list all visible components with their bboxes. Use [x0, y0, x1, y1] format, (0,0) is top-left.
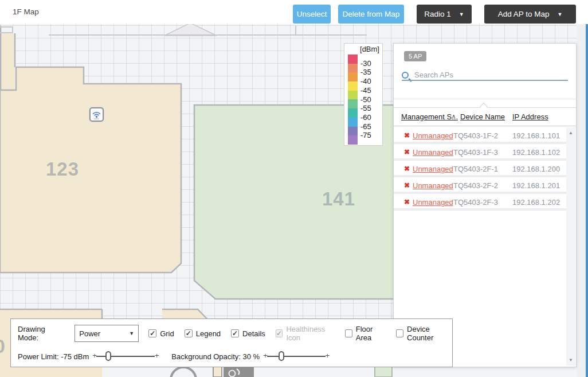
caret-down-icon: ▼	[459, 11, 464, 17]
room-number-141: 141	[322, 188, 355, 210]
slider-track[interactable]	[267, 356, 326, 357]
unmanaged-status-link[interactable]: Unmanaged	[413, 165, 453, 173]
notch-pointer	[480, 103, 488, 111]
ip-address-cell: 192.168.1.102	[512, 148, 560, 157]
device-name-cell: TQ5403-2F-3	[453, 198, 498, 207]
ip-address-cell: 192.168.1.202	[512, 198, 560, 207]
sort-asc-icon[interactable]: ∧	[452, 113, 456, 119]
legend-swatch	[348, 91, 358, 100]
checkbox-label-device-counter: Device Counter	[407, 325, 452, 342]
ap-table-row[interactable]: ✖UnmanagedTQ5403-1F-3192.168.1.102	[394, 144, 566, 161]
radio-dropdown-button[interactable]: Radio 1 ▼	[417, 5, 472, 24]
checkbox-label-details: Details	[242, 329, 265, 338]
ap-count-badge: 5 AP	[404, 51, 426, 61]
legend-swatch	[348, 55, 358, 64]
slider-thumb[interactable]	[279, 351, 284, 361]
ap-table-row[interactable]: ✖UnmanagedTQ5403-2F-3192.168.1.202	[394, 194, 566, 211]
scroll-up-icon[interactable]: ▲	[566, 130, 575, 135]
legend-swatches	[348, 55, 358, 145]
room-number-123: 123	[46, 158, 79, 180]
ap-table-row[interactable]: ✖UnmanagedTQ5403-1F-2192.168.1.101	[394, 127, 566, 144]
device-name-cell: TQ5403-2F-2	[453, 181, 498, 190]
device-name-cell: TQ5403-2F-1	[453, 165, 498, 173]
checkbox-grid[interactable]: ✓Grid	[148, 329, 174, 338]
legend-swatch	[348, 99, 358, 108]
unselect-label: Unselect	[297, 10, 327, 18]
checkbox-floor-area[interactable]: Floor Area	[345, 325, 386, 342]
dbm-legend: [dBm] -30-35-40-45-50-55-60-65-75	[344, 43, 383, 146]
drawing-mode-label: Drawing Mode:	[18, 325, 65, 342]
checkbox-box-legend[interactable]: ✓	[185, 329, 193, 337]
slider-tick-right-icon: +	[326, 351, 330, 360]
checkbox-device-counter[interactable]: Device Counter	[396, 325, 452, 342]
search-aps-input[interactable]	[413, 70, 556, 80]
legend-swatch	[348, 135, 358, 145]
unmanaged-status-link[interactable]: Unmanaged	[413, 181, 453, 190]
header-border	[394, 126, 576, 126]
ip-address-cell: 192.168.1.101	[512, 131, 560, 140]
checkbox-label-floor-area: Floor Area	[356, 325, 386, 342]
checkbox-label-healthiness-icon: Healthiness Icon	[286, 325, 335, 342]
drawing-mode-value: Power	[79, 329, 100, 338]
checkbox-details[interactable]: ✓Details	[231, 329, 265, 338]
legend-label: -40	[360, 77, 371, 86]
checkbox-legend[interactable]: ✓Legend	[185, 329, 221, 338]
legend-label: -60	[360, 113, 371, 122]
power-limit-slider[interactable]: ++	[93, 350, 158, 363]
window-edge-line	[586, 0, 588, 377]
checkbox-healthiness-icon: ✓Healthiness Icon	[276, 325, 335, 342]
unmanaged-x-icon: ✖	[404, 165, 410, 173]
unselect-button[interactable]: Unselect	[293, 5, 331, 24]
checkbox-label-legend: Legend	[196, 329, 221, 338]
search-icon	[402, 72, 409, 79]
search-underline	[402, 80, 568, 81]
legend-label: -55	[360, 104, 371, 113]
unmanaged-status-link[interactable]: Unmanaged	[413, 131, 453, 140]
column-header-device-name[interactable]: Device Name	[460, 112, 505, 121]
legend-label: -35	[360, 68, 371, 77]
background-opacity-slider[interactable]: ++	[264, 350, 328, 363]
ap-table-row[interactable]: ✖UnmanagedTQ5403-2F-1192.168.1.200	[394, 161, 566, 177]
ap-device-icon[interactable]	[89, 107, 104, 122]
checkbox-box-details[interactable]: ✓	[231, 329, 239, 337]
ip-address-cell: 192.168.1.201	[512, 181, 560, 190]
checkbox-row: ✓Grid✓Legend✓Details✓Healthiness IconFlo…	[148, 325, 452, 342]
caret-down-icon: ▼	[557, 11, 562, 17]
unmanaged-x-icon: ✖	[404, 131, 410, 139]
column-header-management-state[interactable]: Management S...	[401, 112, 458, 121]
ap-table-row[interactable]: ✖UnmanagedTQ5403-2F-2192.168.1.201	[394, 177, 566, 194]
unmanaged-x-icon: ✖	[404, 198, 410, 206]
ap-list-scrollbar[interactable]: ▲ ▼	[566, 127, 575, 366]
legend-swatch	[348, 81, 358, 91]
checkbox-box-floor-area[interactable]	[345, 329, 352, 337]
top-toolbar: 1F Map Unselect Delete from Map Radio 1 …	[0, 0, 588, 24]
delete-label: Delete from Map	[343, 10, 400, 18]
power-limit-label: Power Limit: -75 dBm	[18, 352, 89, 361]
legend-label: -65	[360, 122, 371, 131]
unmanaged-x-icon: ✖	[404, 148, 410, 156]
legend-swatch	[348, 118, 358, 127]
add-ap-to-map-button[interactable]: Add AP to Map ▼	[484, 5, 576, 24]
slider-thumb[interactable]	[105, 351, 111, 361]
column-header-ip-address[interactable]: IP Address	[512, 112, 548, 121]
legend-swatch	[348, 108, 358, 118]
legend-label: -30	[360, 59, 371, 68]
map-circle-icon	[171, 367, 196, 377]
scroll-down-icon[interactable]: ▼	[566, 357, 575, 363]
drawing-mode-select[interactable]: Power ▼	[75, 325, 139, 342]
map-small-room	[213, 367, 222, 377]
legend-swatch	[348, 64, 358, 73]
right-gutter	[577, 24, 586, 377]
checkbox-box-healthiness-icon: ✓	[276, 329, 283, 337]
legend-label: -75	[360, 131, 371, 140]
delete-from-map-button[interactable]: Delete from Map	[338, 5, 404, 24]
checkbox-box-grid[interactable]: ✓	[148, 329, 156, 337]
checkbox-label-grid: Grid	[160, 329, 174, 338]
room-number-partial: 0	[0, 335, 6, 357]
legend-swatch	[348, 127, 358, 136]
unmanaged-status-link[interactable]: Unmanaged	[413, 198, 453, 207]
unmanaged-status-link[interactable]: Unmanaged	[413, 148, 453, 157]
device-name-cell: TQ5403-1F-3	[453, 148, 498, 157]
radio-label: Radio 1	[424, 10, 451, 18]
checkbox-box-device-counter[interactable]	[396, 329, 403, 337]
